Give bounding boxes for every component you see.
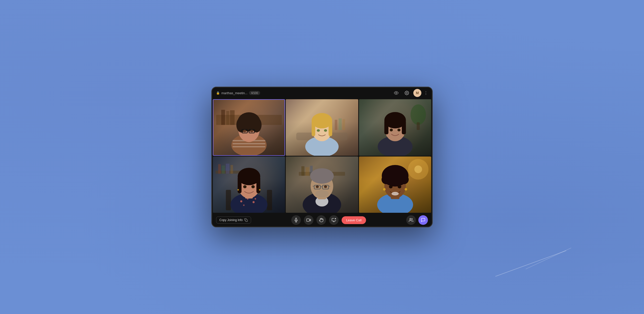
svg-rect-51: [267, 190, 272, 210]
svg-rect-8: [233, 143, 265, 144]
svg-point-14: [252, 117, 262, 132]
bg-decoration-1: [495, 250, 567, 277]
svg-point-64: [251, 185, 255, 188]
person-4-svg: [213, 156, 285, 213]
svg-point-55: [253, 201, 255, 203]
chat-icon: [421, 218, 425, 222]
svg-rect-24: [335, 120, 337, 130]
copy-joining-info-label: Copy Joining Info: [219, 218, 243, 222]
person-3-svg: [359, 99, 431, 156]
svg-point-105: [410, 218, 411, 220]
video-cell-5: [286, 156, 358, 213]
person-5-svg: [286, 156, 358, 213]
person-1-svg: [213, 100, 285, 155]
svg-rect-4: [226, 111, 229, 125]
hand-icon: [319, 218, 324, 222]
svg-marker-101: [309, 219, 311, 221]
people-button[interactable]: [406, 215, 416, 225]
svg-rect-42: [402, 120, 406, 134]
svg-rect-98: [246, 220, 248, 222]
svg-rect-25: [339, 119, 342, 130]
svg-point-57: [255, 198, 256, 199]
video-cell-6: [359, 156, 431, 213]
camera-icon: [306, 218, 311, 222]
svg-point-81: [316, 185, 319, 188]
person-6-svg: [359, 156, 431, 213]
svg-point-22: [242, 135, 248, 140]
copy-joining-info-button[interactable]: Copy Joining Info: [216, 217, 251, 224]
svg-rect-102: [306, 219, 309, 222]
svg-point-34: [324, 129, 327, 132]
svg-rect-46: [218, 164, 221, 174]
video-grid: [212, 98, 432, 214]
meeting-info: 🔒 marthas_meetin... 4/100: [216, 91, 390, 95]
top-bar: 🔒 marthas_meetin... 4/100 M ⋮: [212, 87, 432, 98]
svg-rect-36: [417, 122, 420, 130]
bottom-bar: Copy Joining Info: [212, 214, 432, 227]
svg-rect-68: [301, 166, 304, 176]
svg-point-97: [391, 192, 399, 195]
svg-rect-48: [226, 164, 229, 174]
svg-point-75: [310, 168, 334, 183]
svg-rect-47: [222, 165, 225, 174]
view-button[interactable]: [392, 89, 400, 97]
microphone-button[interactable]: [291, 215, 301, 225]
raise-hand-button[interactable]: [316, 215, 326, 225]
svg-point-82: [324, 185, 327, 188]
app-window: Hi Joel! Let's Start Sure Sara!! 🔒 marth…: [211, 87, 433, 227]
svg-rect-32: [329, 121, 332, 136]
svg-point-21: [250, 130, 253, 132]
svg-rect-61: [238, 176, 242, 193]
people-icon: [409, 218, 413, 222]
center-controls: Leave Call: [251, 215, 406, 225]
video-cell-3: [359, 99, 431, 156]
svg-rect-3: [221, 110, 225, 125]
svg-point-43: [390, 129, 393, 131]
svg-point-96: [398, 185, 401, 188]
svg-point-0: [396, 92, 397, 94]
chat-button[interactable]: [418, 215, 428, 225]
svg-point-83: [315, 190, 329, 197]
svg-point-90: [381, 175, 391, 184]
svg-point-35: [411, 104, 426, 125]
svg-point-92: [390, 169, 400, 179]
svg-point-94: [405, 188, 407, 190]
svg-rect-69: [306, 167, 309, 176]
screen-share-button[interactable]: [329, 215, 339, 225]
svg-point-53: [240, 200, 242, 202]
settings-button[interactable]: [403, 89, 411, 97]
svg-point-1: [406, 92, 408, 94]
video-cell-1: [213, 99, 285, 156]
svg-rect-5: [230, 110, 234, 125]
svg-point-95: [389, 185, 392, 188]
video-cell-2: [286, 99, 358, 156]
svg-point-20: [243, 130, 246, 132]
screen-share-icon: [332, 218, 336, 222]
lock-icon: 🔒: [216, 91, 220, 95]
copy-icon: [244, 218, 248, 222]
svg-point-44: [397, 129, 400, 131]
svg-point-93: [383, 188, 385, 190]
bg-decoration-2: [526, 248, 571, 269]
svg-rect-41: [384, 120, 388, 134]
user-avatar[interactable]: M: [413, 89, 421, 97]
svg-rect-62: [256, 176, 260, 193]
svg-point-91: [399, 175, 409, 184]
right-controls: [406, 215, 428, 225]
participant-count: 4/100: [249, 91, 260, 95]
svg-point-56: [243, 204, 245, 206]
meeting-name: marthas_meetin...: [221, 91, 248, 95]
svg-rect-49: [230, 165, 233, 174]
svg-point-65: [237, 189, 239, 190]
svg-rect-31: [312, 121, 315, 136]
top-bar-actions: M ⋮: [392, 89, 428, 97]
more-options-button[interactable]: ⋮: [424, 91, 428, 95]
person-2-svg: [286, 99, 358, 156]
leave-call-button[interactable]: Leave Call: [342, 216, 366, 224]
svg-rect-50: [226, 190, 231, 210]
svg-rect-26: [343, 119, 345, 130]
microphone-icon: [294, 218, 298, 222]
svg-point-33: [317, 129, 320, 132]
video-cell-4: [213, 156, 285, 213]
camera-button[interactable]: [304, 215, 313, 225]
